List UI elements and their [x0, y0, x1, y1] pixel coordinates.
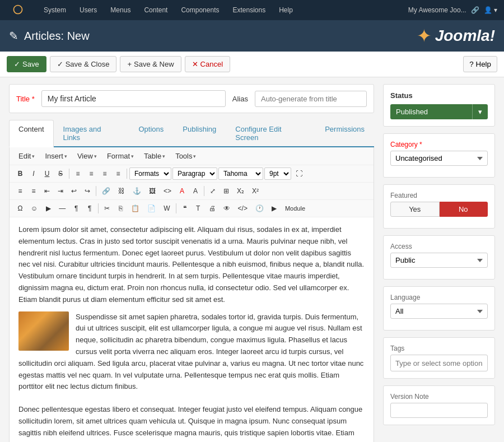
featured-label: Featured: [390, 192, 488, 199]
editor-toolbar-3: Ω ☺ ▶ — ¶ ¶ ✂ ⎘ 📋 📄 W ❝ T 🖨 👁 </> 🕐 ▶: [10, 200, 374, 217]
nav-extensions[interactable]: Extensions: [227, 2, 271, 18]
paste-word-button[interactable]: W: [160, 202, 173, 215]
expand-button[interactable]: ⤢: [207, 185, 219, 197]
status-dropdown-toggle[interactable]: ▾: [472, 104, 488, 119]
align-left-button[interactable]: ≡: [72, 168, 84, 180]
strikethrough-button[interactable]: S: [54, 168, 67, 180]
redo-button[interactable]: ↪: [81, 185, 94, 197]
size-select[interactable]: 9pt: [264, 168, 291, 180]
nav-help[interactable]: Help: [273, 2, 298, 18]
nav-content[interactable]: Content: [138, 2, 173, 18]
version-label: Version Note: [390, 393, 488, 401]
italic-button[interactable]: I: [27, 168, 40, 180]
paragraph-select[interactable]: Paragraph: [172, 168, 217, 180]
blockquote-button[interactable]: ❝: [179, 202, 191, 215]
cancel-button[interactable]: ✕ Cancel: [185, 56, 230, 72]
title-input[interactable]: [41, 90, 226, 107]
align-justify-button[interactable]: ≡: [112, 168, 124, 180]
editor-menu-format[interactable]: Format ▾: [102, 150, 138, 162]
hr-button[interactable]: —: [55, 202, 69, 215]
save-new-button[interactable]: + Save & New: [120, 56, 181, 72]
tab-bar: Content Images and Links Options Publish…: [9, 120, 374, 147]
content-image-block: Suspendisse sit amet sapien pharetra, so…: [18, 311, 365, 399]
rtl-button[interactable]: ¶: [70, 202, 82, 215]
table-insert-button[interactable]: ⊞: [220, 185, 232, 197]
align-right-button[interactable]: ≡: [99, 168, 111, 180]
site-name[interactable]: My Awesome Joo...: [408, 6, 466, 14]
unlink-button[interactable]: ⛓: [115, 185, 128, 197]
version-input[interactable]: [390, 403, 488, 418]
tab-permissions[interactable]: Permissions: [315, 120, 374, 146]
alias-input[interactable]: [255, 91, 367, 107]
font-select[interactable]: Tahoma: [218, 168, 263, 180]
highlight-button[interactable]: A: [189, 185, 202, 197]
undo-button[interactable]: ↩: [68, 185, 80, 197]
save-close-button[interactable]: ✓ Save & Close: [50, 56, 117, 72]
underline-button[interactable]: U: [41, 168, 53, 180]
image-button[interactable]: 🖼: [146, 185, 159, 197]
category-label: Category *: [390, 141, 488, 148]
paste-text-button[interactable]: 📄: [144, 202, 159, 215]
status-dropdown[interactable]: Published: [390, 104, 472, 119]
special-char-button[interactable]: Ω: [14, 202, 26, 215]
code-button[interactable]: <>: [160, 185, 175, 197]
editor-panel: Edit ▾ Insert ▾ View ▾ Format ▾ Table: [9, 147, 374, 442]
top-navigation: System Users Menus Content Components Ex…: [0, 0, 504, 20]
editor-menu-edit[interactable]: Edit ▾: [14, 150, 39, 162]
ltr-button[interactable]: ¶: [83, 202, 96, 215]
toolbar-sep-1: [69, 169, 69, 179]
tab-images[interactable]: Images and Links: [54, 120, 129, 146]
superscript-button[interactable]: X²: [249, 185, 262, 197]
editor-menu-table[interactable]: Table ▾: [139, 150, 170, 162]
tab-content[interactable]: Content: [9, 120, 54, 147]
nav-users[interactable]: Users: [74, 2, 102, 18]
editor-menu-tools[interactable]: Tools ▾: [171, 150, 200, 162]
tab-options[interactable]: Options: [129, 120, 173, 146]
tags-input[interactable]: [390, 355, 488, 371]
save-button[interactable]: ✓ Save: [7, 56, 46, 72]
editor-menu-insert[interactable]: Insert ▾: [40, 150, 72, 162]
link-button[interactable]: 🔗: [99, 185, 114, 197]
paste-button[interactable]: 📋: [128, 202, 143, 215]
align-center-button[interactable]: ≡: [85, 168, 97, 180]
copy-button[interactable]: ⎘: [114, 202, 127, 215]
fullscreen-button[interactable]: ⛶: [292, 168, 306, 180]
formats-select[interactable]: Formats: [129, 168, 171, 180]
nav-menus[interactable]: Menus: [105, 2, 136, 18]
fontcolor-button[interactable]: A: [176, 185, 188, 197]
category-select[interactable]: Uncategorised: [390, 151, 488, 166]
access-select[interactable]: Public: [390, 253, 488, 268]
toolbar: ✓ Save ✓ Save & Close + Save & New ✕ Can…: [0, 52, 504, 77]
number-list-button[interactable]: ≡: [27, 185, 40, 197]
subscript-button[interactable]: X₂: [234, 185, 248, 197]
editor-menu-view[interactable]: View ▾: [73, 150, 101, 162]
status-section: Status Published ▾: [383, 84, 495, 127]
print-button[interactable]: 🖨: [206, 202, 219, 215]
external-link-icon: 🔗: [471, 6, 479, 14]
emoticon-button[interactable]: ☺: [27, 202, 41, 215]
indent-button[interactable]: ⇥: [54, 185, 67, 197]
bold-button[interactable]: B: [14, 168, 26, 180]
media-button[interactable]: ▶: [42, 202, 54, 215]
help-button[interactable]: ? Help: [463, 56, 497, 72]
source-button[interactable]: </>: [235, 202, 251, 215]
module-button[interactable]: Module: [282, 202, 309, 215]
anchor-button[interactable]: ⚓: [129, 185, 144, 197]
tab-publishing[interactable]: Publishing: [173, 120, 226, 146]
editor-content[interactable]: Lorem ipsum dolor sit amet, consectetur …: [10, 217, 374, 442]
tab-configure[interactable]: Configure Edit Screen: [226, 120, 315, 146]
featured-no-button[interactable]: No: [440, 202, 488, 217]
unformat-button[interactable]: T: [192, 202, 204, 215]
featured-yes-button[interactable]: Yes: [390, 202, 440, 217]
more-button[interactable]: ▶: [268, 202, 281, 215]
preview-button[interactable]: 👁: [220, 202, 234, 215]
outdent-button[interactable]: ⇤: [41, 185, 53, 197]
language-select[interactable]: All: [390, 304, 488, 319]
cut-button[interactable]: ✂: [101, 202, 113, 215]
clock-button[interactable]: 🕐: [252, 202, 267, 215]
joomla-logo-icon[interactable]: [7, 0, 29, 21]
user-icon[interactable]: 👤 ▾: [484, 6, 497, 14]
bullet-list-button[interactable]: ≡: [14, 185, 26, 197]
nav-components[interactable]: Components: [175, 2, 225, 18]
nav-system[interactable]: System: [38, 2, 72, 18]
